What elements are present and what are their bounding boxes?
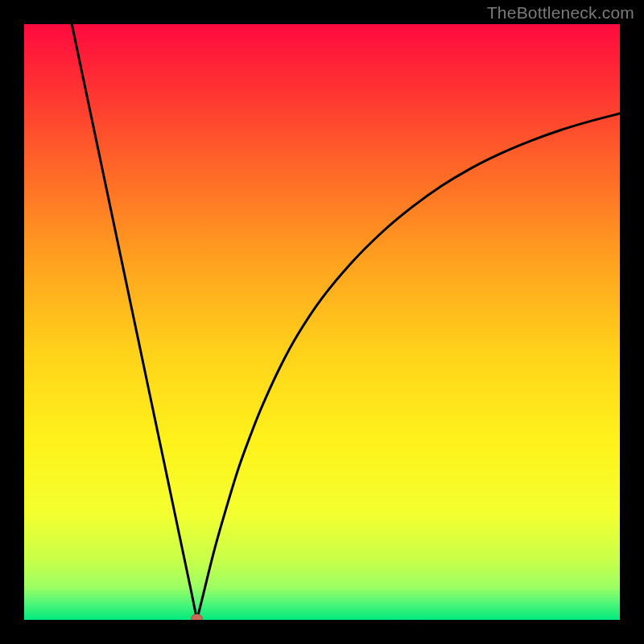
watermark-text: TheBottleneck.com <box>487 3 634 23</box>
plot-svg <box>24 24 620 620</box>
gradient-background <box>24 24 620 620</box>
plot-area <box>24 24 620 620</box>
chart-frame: TheBottleneck.com <box>0 0 644 644</box>
minimum-marker <box>192 614 203 620</box>
